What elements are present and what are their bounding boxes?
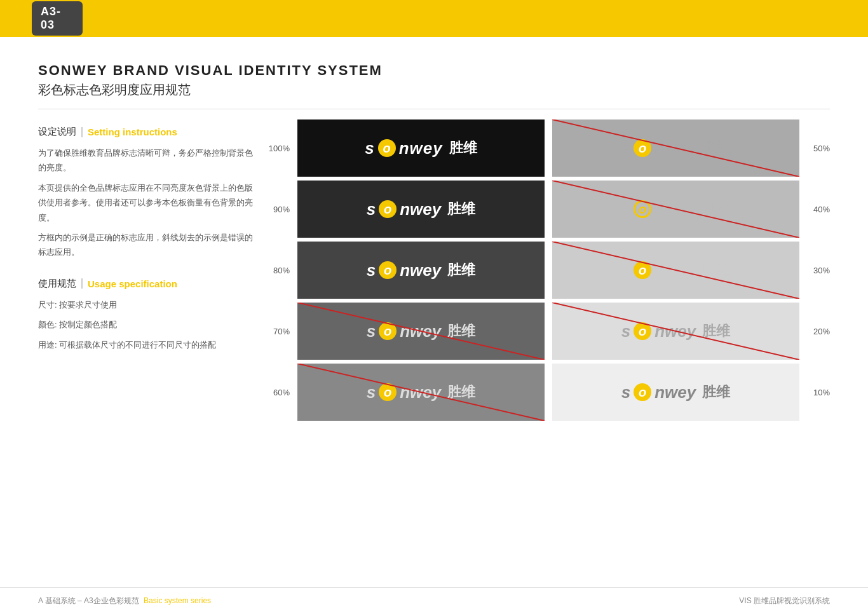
usage-line3: 用途: 可根据载体尺寸的不同进行不同尺寸的搭配 <box>38 338 254 352</box>
logo-nwey-40: nwey <box>654 200 696 219</box>
logo-s-light: s <box>621 139 630 158</box>
page-content: SONWEY BRAND VISUAL IDENTITY SYSTEM 彩色标志… <box>0 37 868 614</box>
logo-nwey-70: nwey <box>400 322 441 341</box>
main-body: 设定说明 Setting instructions 为了确保胜维教育品牌标志清晰… <box>38 119 830 421</box>
logo-cn: 胜维 <box>449 139 477 158</box>
pct-40-r: 40% <box>807 205 830 214</box>
logo-nwey-10: nwey <box>654 383 696 402</box>
footer: A 基础系统 – A3企业色彩规范 Basic system series VI… <box>0 587 868 614</box>
pct-60: 60% <box>267 388 290 397</box>
page-title-cn: 彩色标志色彩明度应用规范 <box>38 81 830 99</box>
logo-nwey-60: nwey <box>400 383 441 402</box>
pct-30-r: 30% <box>807 266 830 275</box>
setting-text2: 本页提供的全色品牌标志应用在不同亮度灰色背景上的色版供使用者参考。使用者还可以参… <box>38 181 254 225</box>
page-header: SONWEY BRAND VISUAL IDENTITY SYSTEM 彩色标志… <box>38 62 830 99</box>
logo-cn-30: 胜维 <box>702 261 730 280</box>
logo-light-20: sonwey 胜维 <box>621 322 731 341</box>
logo-box-70: sonwey 胜维 <box>297 303 545 360</box>
o-circle-10: o <box>634 383 651 401</box>
logo-box-40: sonwey 胜维 <box>552 181 799 238</box>
pct-50-r: 50% <box>807 144 830 153</box>
o-circle: o <box>378 139 396 157</box>
setting-cn: 设定说明 <box>38 126 76 138</box>
logo-s-40: s <box>621 200 630 219</box>
logo-dark-90: sonwey 胜维 <box>367 200 476 219</box>
logo-dark-100: sonwey 胜维 <box>365 139 477 158</box>
pct-100: 100% <box>267 144 290 153</box>
o-circle-20: o <box>634 322 651 340</box>
logo-light-10: sonwey 胜维 <box>621 383 731 402</box>
logo-box-50: sonwey 胜维 <box>552 119 799 177</box>
o-circle-30: o <box>634 261 651 279</box>
o-circle-60: o <box>379 383 397 401</box>
usage-line2: 颜色: 按制定颜色搭配 <box>38 317 254 332</box>
o-circle-light: o <box>634 139 651 157</box>
usage-section: 使用规范 Usage specification 尺寸: 按要求尺寸使用 颜色:… <box>38 278 254 352</box>
logo-cn-40: 胜维 <box>702 200 730 219</box>
pct-20-r: 20% <box>807 327 830 336</box>
logo-box-90: sonwey 胜维 <box>297 181 545 238</box>
logo-box-60: sonwey 胜维 <box>297 364 545 421</box>
logo-cn-20: 胜维 <box>702 322 730 341</box>
logo-nwey-30: nwey <box>654 261 696 280</box>
footer-right: VIS 胜维品牌视觉识别系统 <box>739 596 830 606</box>
logo-box-20: sonwey 胜维 <box>552 303 799 360</box>
logo-s-90: s <box>367 200 376 219</box>
logo-cn-70: 胜维 <box>447 322 475 341</box>
logo-dark-80: sonwey 胜维 <box>367 261 476 280</box>
setting-en: Setting instructions <box>88 126 177 137</box>
logo-cn-60: 胜维 <box>447 383 475 402</box>
o-circle-70: o <box>379 322 397 340</box>
usage-line1: 尺寸: 按要求尺寸使用 <box>38 297 254 312</box>
o-circle-90: o <box>379 200 397 218</box>
usage-cn: 使用规范 <box>38 278 76 290</box>
usage-title: 使用规范 Usage specification <box>38 278 254 290</box>
logo-cn-80: 胜维 <box>447 261 475 280</box>
logo-box-80: sonwey 胜维 <box>297 242 545 299</box>
logo-cn-10: 胜维 <box>702 383 730 402</box>
setting-text3: 方框内的示例是正确的标志应用，斜线划去的示例是错误的标志应用。 <box>38 230 254 260</box>
logo-row-4: 70% sonwey 胜维 sonwey 胜维 <box>267 303 830 360</box>
setting-title: 设定说明 Setting instructions <box>38 126 254 138</box>
logo-nwey-80: nwey <box>400 261 441 280</box>
badge-text: A3-03 <box>32 1 83 36</box>
logo-row-5: 60% sonwey 胜维 sonwey 胜维 10% <box>267 364 830 421</box>
logo-cn-light: 胜维 <box>702 139 730 158</box>
logo-row-1: 100% sonwey 胜维 sonwey 胜维 50% <box>267 119 830 177</box>
logo-light-30: sonwey 胜维 <box>621 261 731 280</box>
pct-80: 80% <box>267 266 290 275</box>
logo-row-2: 90% sonwey 胜维 sonwey 胜维 40% <box>267 181 830 238</box>
footer-highlight: Basic system series <box>144 596 211 605</box>
logo-cn-90: 胜维 <box>447 200 475 219</box>
right-panel: 100% sonwey 胜维 sonwey 胜维 50% <box>267 119 830 421</box>
pct-90: 90% <box>267 205 290 214</box>
logo-nwey: nwey <box>399 139 443 158</box>
usage-divider <box>81 278 83 289</box>
logo-s: s <box>365 139 374 158</box>
top-bar <box>0 0 868 37</box>
logo-box-30: sonwey 胜维 <box>552 242 799 299</box>
logo-nwey-20: nwey <box>654 322 696 341</box>
logo-s-60: s <box>367 383 376 402</box>
logo-row-3: 80% sonwey 胜维 sonwey 胜维 30% <box>267 242 830 299</box>
o-circle-80: o <box>379 261 397 279</box>
footer-left: A 基础系统 – A3企业色彩规范 Basic system series <box>38 596 211 606</box>
logo-s-10: s <box>621 383 630 402</box>
o-outline-40: o <box>634 200 651 218</box>
logo-box-100: sonwey 胜维 <box>297 119 545 177</box>
logo-s-70: s <box>367 322 376 341</box>
logo-s-30: s <box>621 261 630 280</box>
logo-nwey-90: nwey <box>400 200 441 219</box>
header-divider <box>38 109 830 109</box>
logo-light-50: sonwey 胜维 <box>621 139 731 158</box>
pct-70: 70% <box>267 327 290 336</box>
setting-text1: 为了确保胜维教育品牌标志清晰可辩，务必严格控制背景色的亮度。 <box>38 146 254 175</box>
logo-box-10: sonwey 胜维 <box>552 364 799 421</box>
title-divider <box>81 127 83 137</box>
logo-nwey-light: nwey <box>654 139 696 158</box>
left-panel: 设定说明 Setting instructions 为了确保胜维教育品牌标志清晰… <box>38 119 254 421</box>
pct-10-r: 10% <box>807 388 830 397</box>
page-id-badge: A3-03 <box>32 0 83 37</box>
footer-prefix: A 基础系统 – A3企业色彩规范 <box>38 596 139 605</box>
logo-light-40: sonwey 胜维 <box>621 200 731 219</box>
